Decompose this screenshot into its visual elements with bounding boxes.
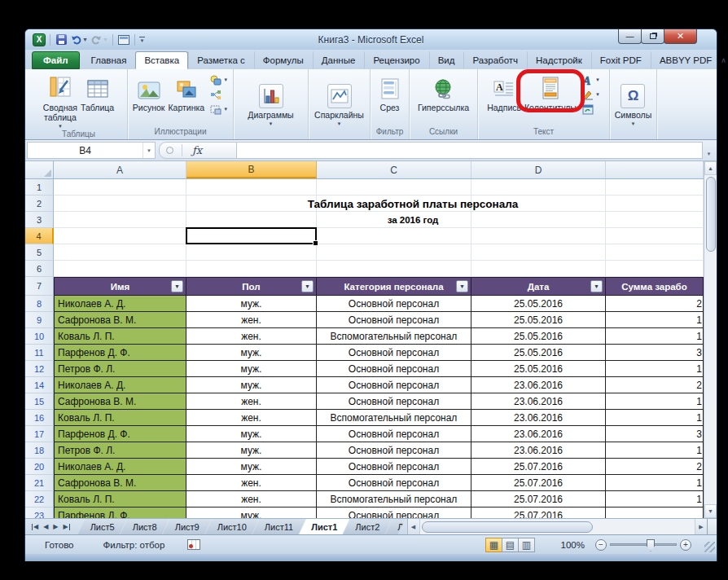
row-header-18[interactable]: 18 [25, 442, 54, 459]
row-header-5[interactable]: 5 [25, 244, 54, 261]
grid-cell[interactable] [317, 179, 471, 196]
page-break-view-button[interactable]: ▥ [518, 538, 535, 552]
cell-amount[interactable]: 1 [606, 328, 704, 345]
ribbon-tab-вставка[interactable]: Вставка [135, 51, 188, 69]
cell-date[interactable]: 25.05.2016 [471, 296, 606, 312]
picture-button[interactable]: Рисунок [131, 72, 167, 112]
cell-amount[interactable]: 1 [606, 361, 704, 377]
column-header-b[interactable]: B [186, 161, 317, 178]
grid-cell[interactable] [54, 261, 186, 277]
cell-date[interactable]: 25.07.2016 [471, 459, 606, 475]
cell-amount[interactable]: 1 [606, 475, 704, 491]
header-footer-button[interactable]: Колонтитулы [523, 72, 578, 112]
cell-name[interactable]: Николаев А. Д. [54, 459, 186, 475]
vertical-scroll-thumb[interactable] [706, 177, 716, 252]
cell-name[interactable]: Парфенов Д. Ф. [54, 345, 186, 361]
hyperlink-button[interactable]: Гиперссылка [416, 72, 471, 112]
row-header-15[interactable]: 15 [25, 393, 54, 410]
grid-cell[interactable] [186, 212, 317, 228]
first-sheet-button[interactable]: ◀ [31, 523, 38, 530]
next-sheet-button[interactable]: ▶ [53, 523, 58, 530]
column-header-partial[interactable] [606, 161, 704, 178]
minimize-ribbon-icon[interactable]: ∧ [721, 56, 726, 64]
signature-line-button[interactable]: ▼ [581, 88, 602, 101]
cell-name[interactable]: Коваль Л. П. [54, 491, 186, 508]
save-button[interactable] [55, 33, 68, 46]
cell-date[interactable]: 25.05.2016 [471, 328, 606, 345]
table-button[interactable]: Таблица [79, 72, 116, 112]
screenshot-button[interactable]: ▼ [208, 103, 230, 116]
cell-category[interactable]: Основной персонал [317, 296, 471, 312]
minimize-button[interactable]: — [618, 29, 642, 44]
grid-cell[interactable] [606, 228, 704, 244]
row-header-12[interactable]: 12 [25, 361, 54, 377]
zoom-in-button[interactable]: + [680, 539, 691, 551]
slicer-button[interactable]: Срез [379, 72, 401, 112]
row-header-10[interactable]: 10 [25, 328, 54, 345]
ribbon-tab-рецензиро[interactable]: Рецензиро [364, 51, 428, 69]
cell-name[interactable]: Николаев А. Д. [54, 377, 186, 393]
filter-dropdown-button[interactable]: ▼ [301, 280, 314, 292]
cell-date[interactable]: 25.05.2016 [471, 361, 606, 377]
column-header-d[interactable]: D [471, 161, 606, 178]
sheet-tab-лист5[interactable]: Лист5 [78, 519, 127, 534]
cell-gender[interactable]: муж. [186, 508, 317, 518]
cell-date[interactable]: 25.07.2016 [471, 508, 606, 518]
cell-gender[interactable]: муж. [186, 345, 317, 361]
cell-category[interactable]: Вспомогательный персонал [317, 410, 471, 426]
undo-button[interactable]: ▼ [71, 33, 88, 46]
grid-cell[interactable] [186, 179, 317, 196]
cell-amount[interactable]: 3 [606, 345, 704, 361]
cell-amount[interactable]: 1 [606, 491, 704, 508]
cell-gender[interactable]: жен. [186, 328, 317, 345]
smartart-button[interactable] [208, 88, 230, 101]
scroll-up-arrow[interactable]: ▲ [704, 161, 717, 175]
grid-cell[interactable] [186, 261, 317, 277]
textbox-button[interactable]: A Надпись [485, 72, 523, 112]
grid-cell[interactable] [317, 228, 471, 244]
name-box-dropdown[interactable]: ▼ [143, 143, 155, 158]
grid-cell[interactable] [471, 228, 606, 244]
vertical-scrollbar[interactable]: ▲ ▼ [704, 161, 717, 518]
cell-category[interactable]: Основной персонал [317, 508, 471, 518]
cell-category[interactable]: Основной персонал [317, 361, 471, 377]
row-header-23[interactable]: 23 [25, 508, 54, 518]
zoom-level[interactable]: 100% [550, 540, 585, 550]
cell-amount[interactable]: 1 [606, 442, 704, 459]
sheet-tab-лист1[interactable]: Лист1 [299, 519, 349, 534]
ribbon-tab-foxit-pdf[interactable]: Foxit PDF [591, 51, 651, 69]
zoom-thumb[interactable] [647, 539, 655, 551]
filter-dropdown-button[interactable]: ▼ [456, 280, 468, 292]
cell-name[interactable]: Коваль Л. П. [54, 328, 186, 345]
macro-record-icon[interactable] [187, 539, 200, 550]
grid-cell[interactable] [186, 196, 317, 212]
cell-gender[interactable]: жен. [186, 410, 317, 426]
grid-cell[interactable] [606, 196, 704, 212]
ribbon-tab-надстройк[interactable]: Надстройк [527, 51, 591, 69]
cell-gender[interactable]: муж. [186, 361, 317, 377]
sheet-tab-лист11[interactable]: Лист11 [252, 519, 305, 534]
column-header-c[interactable]: C [317, 161, 471, 178]
cell-name[interactable]: Парфенов Д. Ф. [54, 426, 186, 442]
grid-cell[interactable] [186, 244, 317, 261]
ribbon-tab-данные[interactable]: Данные [313, 51, 365, 69]
cell-amount[interactable] [606, 508, 704, 518]
cell-amount[interactable]: 1 [606, 410, 704, 426]
cell-name[interactable]: Петров Ф. Л. [54, 361, 186, 377]
charts-button[interactable]: Диаграммы ▼ [246, 82, 295, 126]
cell-name[interactable]: Петров Ф. Л. [54, 442, 186, 459]
ribbon-tab-формулы[interactable]: Формулы [254, 51, 313, 69]
insert-function-button[interactable]: ƒx [182, 144, 236, 156]
grid-cell[interactable] [54, 228, 186, 244]
redo-button[interactable]: ▼ [91, 33, 108, 46]
cell-amount[interactable]: 2 [606, 377, 704, 393]
horizontal-scroll-track[interactable] [420, 519, 695, 534]
scroll-down-arrow[interactable]: ▼ [704, 504, 717, 518]
cell-date[interactable]: 23.06.2016 [471, 393, 606, 410]
cell-category[interactable]: Основной персонал [317, 426, 471, 442]
row-header-14[interactable]: 14 [25, 377, 54, 393]
cell-gender[interactable]: муж. [186, 459, 317, 475]
row-header-6[interactable]: 6 [25, 261, 54, 277]
row-header-1[interactable]: 1 [25, 179, 54, 196]
cell-date[interactable]: 23.06.2016 [471, 410, 606, 426]
